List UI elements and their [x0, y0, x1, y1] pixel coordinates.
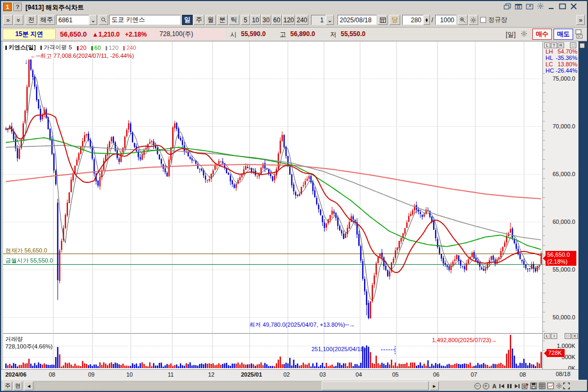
vol-pane-close-button[interactable]: X — [572, 333, 578, 339]
date-axis-label: 08 — [520, 371, 526, 378]
minute-10-button[interactable]: 10 — [250, 15, 261, 25]
price-axis-label: 75,000.0 — [552, 75, 575, 82]
date-axis-label: 12 — [208, 371, 214, 378]
axis-ticks — [543, 73, 545, 360]
period-tick-button[interactable]: 틱 — [229, 15, 239, 25]
checkbox-box[interactable] — [480, 17, 486, 23]
minute-120-button[interactable]: 120 — [282, 15, 295, 25]
auto-scale-button[interactable]: A — [490, 382, 498, 390]
volume-current: 728,100주(4.66%) — [5, 343, 53, 351]
close-icon[interactable] — [570, 3, 577, 10]
minute-60-button[interactable]: 60 — [272, 15, 282, 25]
step-back-icon[interactable] — [498, 382, 506, 390]
ratio-stats: LH54.70%HL-35.36%LC13.80%HC-26.44% — [546, 48, 577, 74]
maximize-icon[interactable] — [559, 3, 566, 10]
current-toggle-button[interactable]: 현 — [13, 381, 22, 390]
data-table-icon[interactable] — [538, 382, 546, 390]
annotation-volume-min: 251,100(2025/04/18) — [312, 346, 366, 352]
high-label: 고 — [280, 30, 286, 39]
dang-button[interactable]: 당 — [390, 15, 400, 25]
popup-window-icon[interactable] — [504, 3, 511, 10]
vol-pane-window-buttons: □ X — [565, 333, 578, 339]
delay-badge: 15분 지연 — [3, 29, 56, 40]
price-change: ▲1,210.0 — [92, 31, 120, 38]
minute-30-button[interactable]: 30 — [261, 15, 271, 25]
vol-pane-i-button[interactable]: I — [551, 333, 557, 339]
sell-button[interactable]: 매도 — [554, 29, 573, 40]
title-bar: 1 ? [9413] 해외주식차트 — [1, 1, 587, 13]
mode-gear-icon[interactable] — [521, 30, 528, 39]
stock-code-input[interactable]: 6861 — [56, 15, 89, 25]
annotation-dash-line — [381, 350, 395, 350]
ratio-stat-row: LH54.70% — [546, 48, 577, 55]
save-icon[interactable] — [530, 382, 538, 390]
toolbar-more-button[interactable]: » — [576, 15, 585, 25]
open-value: 55,590.0 — [241, 30, 266, 38]
regular-session-checkbox[interactable]: 정규장 — [480, 16, 507, 23]
period-minute-button[interactable]: 분 — [217, 15, 228, 25]
period-day-button[interactable]: 일 — [182, 15, 193, 25]
vol-pane-restore-button[interactable]: □ — [565, 333, 571, 339]
stock-search-button[interactable] — [99, 15, 108, 25]
chart-scrollbar-thumb[interactable] — [322, 381, 429, 390]
volume-badge: 728K — [547, 349, 565, 357]
pane-maximize-button[interactable]: □ — [570, 42, 576, 48]
minimize-icon[interactable] — [548, 3, 555, 10]
annotation-low: 최저 49,780.0(2025/04/07, +13.80%)─→ — [249, 321, 355, 329]
chart-settings-gear-icon[interactable] — [469, 15, 478, 25]
zoom-plus-icon[interactable] — [458, 15, 468, 25]
series-bullet — [106, 46, 107, 50]
date-axis-label: 02 — [283, 371, 290, 378]
period-week-button[interactable]: 주 — [194, 15, 204, 25]
fullscreen-icon[interactable] — [563, 382, 570, 390]
open-label: 시 — [230, 30, 237, 39]
overseas-stock-button[interactable]: 해주 — [38, 15, 55, 25]
code-dropdown-button[interactable]: ⌄ — [89, 15, 97, 25]
minute-5-button[interactable]: 5 — [241, 15, 250, 25]
price-axis-label: 70,000.0 — [552, 123, 575, 129]
panel-collapse-button[interactable]: » — [14, 15, 23, 25]
annotation-dash-tick — [395, 346, 395, 354]
legend-ma-items: 2060120240 — [77, 45, 141, 51]
candle-count-input[interactable]: 280 — [402, 15, 423, 25]
pane-r-button[interactable]: R — [558, 42, 564, 48]
export-data-icon[interactable] — [521, 382, 529, 390]
settings-gear-icon[interactable] — [555, 382, 563, 390]
week-toggle-button[interactable]: 주 — [3, 381, 12, 390]
window-title: [9413] 해외주식차트 — [25, 3, 84, 12]
legend-ma-item: 60 — [91, 45, 101, 51]
scroll-right-button[interactable]: ► — [430, 381, 439, 390]
pause-icon[interactable] — [505, 382, 513, 390]
date-axis-label: 11 — [168, 371, 174, 378]
help-button[interactable]: ? — [13, 3, 22, 11]
pane-l-button[interactable]: L — [544, 42, 550, 48]
date-input[interactable]: 2025/08/18 — [338, 15, 377, 25]
prev-stock-button[interactable]: 전 — [25, 15, 37, 25]
step-forward-icon[interactable] — [513, 382, 521, 390]
mini-chart-icon[interactable] — [547, 382, 555, 390]
interval-dropdown-button[interactable]: ⌄ — [326, 15, 334, 25]
app-number-badge: 1 — [3, 3, 12, 11]
zoom-out-icon[interactable]: − — [473, 382, 481, 390]
settings-sun-icon[interactable] — [537, 3, 544, 10]
total-count-input[interactable]: 1000 — [435, 15, 456, 25]
count-stepper[interactable]: ▲▼ — [423, 15, 430, 25]
calendar-icon[interactable] — [378, 15, 387, 25]
send-window-icon[interactable] — [526, 3, 533, 10]
zoom-in-icon[interactable]: + — [482, 382, 490, 390]
chart-legend: 키엔스[일] 가격이평 5 2060120240 — [5, 43, 141, 51]
period-month-button[interactable]: 월 — [205, 15, 216, 25]
pin-window-icon[interactable] — [515, 3, 522, 10]
buy-button[interactable]: 매수 — [532, 29, 552, 40]
minute-240-button[interactable]: 240 — [296, 15, 308, 25]
pane-t-button[interactable]: T — [551, 42, 557, 48]
candlestick-chart-canvas[interactable] — [3, 41, 542, 369]
vol-pane-l-button[interactable]: L — [544, 333, 550, 339]
annotation-month-open: 금월시가 55,550.0 — [5, 257, 53, 265]
side-panel-toggle[interactable] — [580, 43, 585, 48]
scroll-left-button[interactable]: ◄ — [24, 381, 33, 390]
mini-window-icon[interactable] — [575, 29, 583, 40]
panel-expand-button[interactable]: » — [3, 15, 13, 25]
series-bullet — [40, 46, 42, 50]
volume-title: 거래량 — [5, 335, 23, 343]
